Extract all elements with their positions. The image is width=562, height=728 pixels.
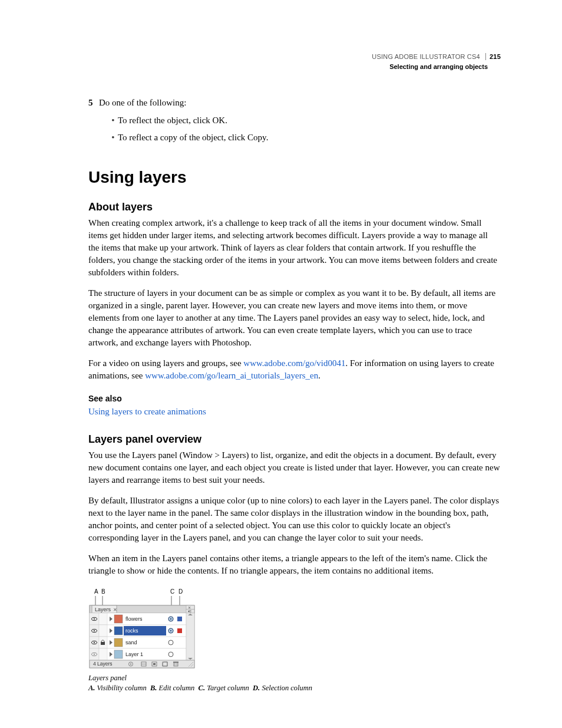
svg-point-33 — [170, 630, 171, 631]
chapter-heading: Using layers — [88, 168, 501, 187]
svg-point-38 — [94, 642, 95, 643]
body-paragraph: When creating complex artwork, it's a ch… — [88, 217, 501, 279]
section-heading: Layers panel overview — [88, 433, 501, 446]
step-number: 5 — [88, 96, 99, 110]
bullet-item: • To reflect a copy of the object, click… — [108, 129, 501, 146]
svg-rect-52 — [186, 613, 194, 660]
svg-rect-59 — [153, 663, 156, 665]
body-paragraph: The structure of layers in your document… — [88, 287, 501, 349]
bullet-text: To reflect a copy of the object, click C… — [118, 129, 268, 146]
svg-point-26 — [94, 630, 95, 631]
svg-text:✕: ✕ — [188, 606, 191, 610]
product-name: USING ADOBE ILLUSTRATOR CS4 — [372, 53, 480, 60]
svg-rect-27 — [99, 625, 107, 637]
svg-text:▾≡: ▾≡ — [188, 610, 192, 613]
body-paragraph: By default, Illustrator assigns a unique… — [88, 495, 501, 544]
svg-rect-17 — [114, 615, 123, 623]
svg-rect-40 — [101, 642, 105, 645]
svg-rect-16 — [99, 613, 107, 625]
running-header: USING ADOBE ILLUSTRATOR CS4 215 Selectin… — [88, 52, 501, 71]
step-text: Do one of the following: — [99, 96, 186, 110]
bullet-icon: • — [108, 112, 118, 129]
body-paragraph: You use the Layers panel (Window > Layer… — [88, 449, 501, 486]
body-paragraph: For a video on using layers and groups, … — [88, 357, 501, 382]
callout-a: A — [94, 588, 98, 595]
callout-c: C — [170, 588, 174, 595]
svg-point-15 — [94, 618, 95, 620]
svg-point-55 — [130, 664, 131, 665]
callout-d: D — [178, 588, 183, 595]
svg-rect-62 — [173, 662, 178, 663]
panel-tab-label: Layers — [95, 607, 111, 612]
bullet-item: • To reflect the object, click OK. — [108, 112, 501, 129]
svg-rect-28 — [114, 627, 123, 635]
svg-point-21 — [170, 618, 171, 620]
svg-rect-48 — [99, 648, 107, 660]
layers-panel-figure: A B C D Layers ✕ ✕ ▾≡ flowersrockssandLa… — [88, 588, 501, 693]
layers-panel-diagram: A B C D Layers ✕ ✕ ▾≡ flowersrockssandLa… — [88, 588, 197, 670]
svg-text:sand: sand — [125, 640, 137, 645]
see-also-heading: See also — [88, 394, 501, 403]
svg-point-47 — [94, 654, 95, 655]
callout-b: B — [101, 588, 105, 595]
svg-rect-49 — [114, 650, 123, 658]
svg-rect-22 — [177, 617, 182, 621]
bullet-icon: • — [108, 129, 118, 146]
tutorials-link[interactable]: www.adobe.com/go/learn_ai_tutorials_laye… — [145, 371, 318, 380]
panel-status: 4 Layers — [93, 661, 113, 667]
page-number: 215 — [485, 53, 501, 60]
see-also-link[interactable]: Using layers to create animations — [88, 407, 206, 416]
body-paragraph: When an item in the Layers panel contain… — [88, 552, 501, 577]
figure-caption: Layers panel — [88, 674, 501, 683]
section-heading: About layers — [88, 201, 501, 213]
svg-text:Layer 1: Layer 1 — [125, 651, 143, 657]
section-name: Selecting and arranging objects — [88, 62, 501, 72]
svg-text:rocks: rocks — [125, 628, 138, 634]
video-link[interactable]: www.adobe.com/go/vid0041 — [243, 358, 345, 368]
svg-text:✕: ✕ — [113, 607, 117, 612]
step-list: 5 Do one of the following: • To reflect … — [88, 96, 501, 146]
bullet-text: To reflect the object, click OK. — [118, 112, 227, 129]
svg-text:flowers: flowers — [125, 616, 143, 622]
svg-rect-34 — [177, 628, 182, 633]
svg-rect-41 — [114, 638, 123, 647]
figure-legend: A. Visibility column B. Edit column C. T… — [88, 684, 501, 693]
